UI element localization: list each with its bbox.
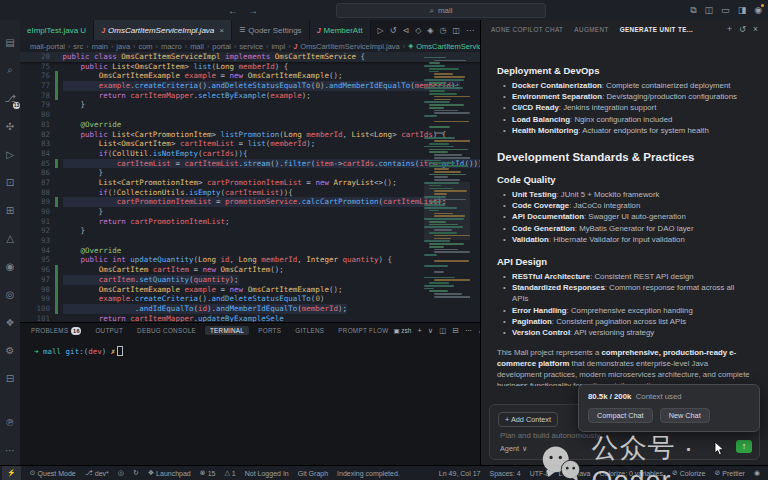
split-terminal-icon[interactable]: ◫ <box>439 326 446 335</box>
status-indentation[interactable]: Spaces: 4 <box>490 466 521 480</box>
activity-item-search[interactable]: ⌕ <box>0 56 20 84</box>
activity-item-explorer[interactable]: ▤ <box>0 28 20 56</box>
chat-input-placeholder[interactable]: Plan and build autonomously... <box>500 431 606 440</box>
more-actions-icon[interactable]: ⋯ <box>466 26 474 35</box>
status-problems-errors[interactable]: ⊗15 <box>200 466 216 480</box>
status-git-branch[interactable]: ⎇dev* <box>85 466 109 480</box>
panel-tab-debug-console[interactable]: DEBUG CONSOLE <box>132 326 201 335</box>
close-icon[interactable]: × <box>219 26 224 35</box>
status-language-mode[interactable]: Java <box>576 466 591 480</box>
activity-item-run-debug[interactable]: ▷ <box>0 140 20 168</box>
activity-item-notebooks[interactable]: ◎ <box>0 280 20 308</box>
status-launchpad[interactable]: ❖Launchpad <box>148 466 191 480</box>
agent-mode-dropdown[interactable]: Agent∨ <box>500 444 527 453</box>
command-center-search[interactable]: ⌕ mall <box>336 3 546 18</box>
status-remote-indicator[interactable]: ⚡ <box>2 466 21 480</box>
status-branch-visibility[interactable]: ◎ <box>118 466 124 480</box>
status-eol[interactable]: LF <box>559 466 567 480</box>
status-notifications-bell[interactable]: ◉ <box>754 466 760 480</box>
minimap[interactable] <box>424 54 470 322</box>
activity-item-prompt-flow[interactable]: ℗ <box>0 408 20 436</box>
compact-chat-button[interactable]: Compact Chat <box>588 408 653 423</box>
customize-layout-icon[interactable]: ⧉ <box>690 5 696 16</box>
breadcrumb-item[interactable]: mall-portal <box>30 42 65 51</box>
account-icon[interactable]: ◉ <box>754 5 762 15</box>
status-colorize-toggle[interactable]: ⊘Colorize <box>672 466 706 480</box>
activity-item-run-task[interactable]: ◉ <box>0 252 20 280</box>
panel-tab-output[interactable]: OUTPUT <box>90 326 128 335</box>
status-quest-mode[interactable]: ⊙Quest Mode <box>30 466 76 480</box>
back-icon[interactable]: ← <box>228 5 238 16</box>
status-prettier[interactable]: ⊘Prettier <box>714 466 744 480</box>
breadcrumb-item[interactable]: mall <box>190 42 204 51</box>
breadcrumb-item[interactable]: impl <box>271 42 285 51</box>
panel-tab-terminal[interactable]: TERMINAL <box>205 326 249 335</box>
activity-item-settings-sync[interactable]: ✣ <box>0 112 20 140</box>
toggle-secondary-sidebar-icon[interactable]: ◨ <box>738 5 747 15</box>
recent-icon[interactable]: ◷ <box>439 26 446 35</box>
terminal-more-icon[interactable]: ⋯ <box>465 326 473 335</box>
breadcrumb-separator: › <box>111 43 113 50</box>
tab-omscartitemserviceimpl-java[interactable]: JOmsCartItemServiceImpl.java× <box>94 20 232 40</box>
panel-tab-prompt-flow[interactable]: PROMPT FLOW <box>333 326 393 335</box>
chat-history-icon[interactable]: ↺ <box>739 24 746 34</box>
new-chat-button[interactable]: New Chat <box>660 408 710 423</box>
breadcrumb-item[interactable]: src <box>73 42 83 51</box>
breadcrumb-item[interactable]: java <box>116 42 130 51</box>
chat-tab-generate-unit-te[interactable]: GENERATE UNIT TE... <box>620 26 694 33</box>
breadcrumb-item[interactable]: service <box>239 42 263 51</box>
panel-tab-problems[interactable]: PROBLEMS16 <box>26 326 86 336</box>
kill-terminal-icon[interactable]: ⊟ <box>452 326 458 335</box>
terminal-dropdown-icon[interactable]: ∨ <box>428 326 434 335</box>
status-sync-changes[interactable]: ↻ <box>133 466 139 480</box>
status-git-graph[interactable]: Git Graph <box>298 466 328 480</box>
status-cursor-position[interactable]: Ln 49, Col 17 <box>439 466 481 480</box>
activity-item-project-manager[interactable]: ⊟ <box>0 364 20 392</box>
code-editor[interactable]: 28public class OmsCartItemServiceImpl im… <box>20 52 480 322</box>
status-label: Java <box>576 470 591 477</box>
java-file-icon: J <box>294 43 298 50</box>
split-editor-icon[interactable]: ◫ <box>705 5 714 15</box>
breakpoint-icon[interactable]: ◇ <box>415 26 421 35</box>
status-problems-warnings[interactable]: △1 <box>224 466 235 480</box>
breadcrumb-item[interactable]: com <box>138 42 152 51</box>
status-colorize-count[interactable]: Colorize: 0 variables <box>599 466 662 480</box>
add-context-button[interactable]: + Add Context <box>498 412 558 427</box>
send-button[interactable]: ↑ <box>736 440 752 453</box>
split-editor-icon[interactable]: ◫ <box>452 26 460 35</box>
minimap-line <box>434 154 462 156</box>
close-chat-icon[interactable]: × <box>753 24 758 34</box>
breadcrumb-file[interactable]: OmsCartItemServiceImpl.java <box>300 42 400 51</box>
breadcrumb-item[interactable]: portal <box>212 42 231 51</box>
activity-item-source-control[interactable]: ⎇13 <box>0 84 20 112</box>
status-login-status[interactable]: Not Logged In <box>245 466 289 480</box>
shell-selector[interactable]: ▣ zsh <box>393 327 411 335</box>
tab-qoder-settings[interactable]: ☰Qoder Settings <box>232 20 310 40</box>
activity-item-testing[interactable]: △ <box>0 224 20 252</box>
forward-icon[interactable]: → <box>248 5 258 16</box>
toggle-panel-icon[interactable]: ▭ <box>721 5 730 15</box>
tab-memberatt[interactable]: JMemberAtt <box>310 20 371 40</box>
activity-item-dependencies[interactable]: ❖ <box>0 308 20 336</box>
panel-tab-ports[interactable]: PORTS <box>253 326 286 335</box>
status-encoding[interactable]: UTF-8 <box>530 466 550 480</box>
breadcrumb-item[interactable]: main <box>92 42 108 51</box>
activity-item-more[interactable]: ⋯ <box>0 436 20 464</box>
terminal-output[interactable]: ➜ mall git:(dev) ✗ <box>20 338 480 356</box>
status-indexing-status[interactable]: Indexing completed. <box>337 466 400 480</box>
panel-tab-gitlens[interactable]: GITLENS <box>290 326 329 335</box>
nav-back-icon[interactable]: ⊲ <box>402 26 409 35</box>
new-chat-icon[interactable]: + <box>727 24 732 34</box>
run-button[interactable]: ▷ <box>378 26 384 35</box>
chat-tab-augment[interactable]: AUGMENT <box>574 26 608 33</box>
activity-item-settings-gear[interactable]: ⚙ <box>0 336 20 364</box>
breadcrumb-symbol[interactable]: OmsCartItemServic <box>416 42 480 51</box>
breadcrumb-item[interactable]: macro <box>161 42 182 51</box>
timeline-icon[interactable]: ↺ <box>390 26 397 35</box>
activity-item-remote-explorer[interactable]: ⊡ <box>0 168 20 196</box>
new-terminal-icon[interactable]: + <box>417 326 421 335</box>
chat-tab-aone-copilot-chat[interactable]: AONE COPILOT CHAT <box>491 26 563 33</box>
breakpoint-active-icon[interactable]: ◈ <box>427 26 433 35</box>
tab-eimpltest-java[interactable]: eImplTest.java U <box>20 20 94 40</box>
activity-item-extensions[interactable]: ⊞ <box>0 196 20 224</box>
